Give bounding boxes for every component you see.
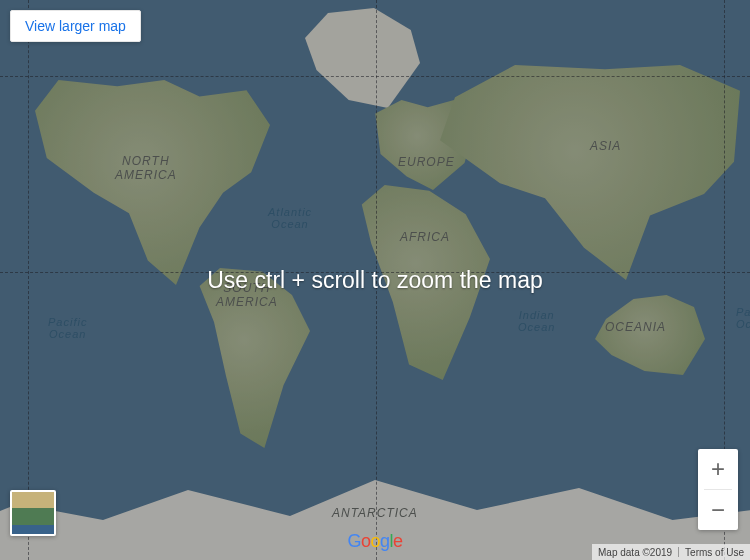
minus-icon: − bbox=[711, 496, 725, 524]
label-indian-ocean: IndianOcean bbox=[518, 309, 555, 333]
google-logo: Google bbox=[347, 531, 402, 552]
minimap-thumbnail[interactable] bbox=[10, 490, 56, 536]
map-footer: Map data ©2019 Terms of Use bbox=[592, 544, 750, 560]
map-gridline bbox=[0, 76, 750, 77]
map-gridline bbox=[28, 0, 29, 560]
landmass-greenland bbox=[305, 8, 420, 108]
label-antarctica: ANTARCTICA bbox=[332, 506, 418, 520]
view-larger-map-button[interactable]: View larger map bbox=[10, 10, 141, 42]
map-canvas[interactable]: NORTHAMERICA SOUTHAMERICA EUROPE AFRICA … bbox=[0, 0, 750, 560]
label-asia: ASIA bbox=[590, 139, 621, 153]
label-africa: AFRICA bbox=[400, 230, 450, 244]
label-pacific-ocean: PacificOcean bbox=[48, 316, 87, 340]
label-oceania: OCEANIA bbox=[605, 320, 666, 334]
terms-of-use-link[interactable]: Terms of Use bbox=[679, 545, 750, 560]
label-pacific-ocean-edge: Oc bbox=[736, 318, 750, 330]
map-attribution: Map data ©2019 bbox=[592, 545, 678, 560]
label-north-america: NORTHAMERICA bbox=[115, 155, 177, 183]
label-south-america: SOUTHAMERICA bbox=[216, 282, 278, 310]
landmass-oceania bbox=[595, 295, 705, 375]
label-pacific-ocean-edge: Pa bbox=[736, 306, 750, 318]
plus-icon: + bbox=[711, 455, 725, 483]
landmass-asia bbox=[440, 65, 740, 280]
map-gridline bbox=[376, 0, 377, 560]
zoom-controls: + − bbox=[698, 449, 738, 530]
label-atlantic-ocean: AtlanticOcean bbox=[268, 206, 312, 230]
zoom-in-button[interactable]: + bbox=[698, 449, 738, 489]
map-gridline bbox=[0, 272, 750, 273]
zoom-out-button[interactable]: − bbox=[698, 490, 738, 530]
label-europe: EUROPE bbox=[398, 155, 455, 169]
